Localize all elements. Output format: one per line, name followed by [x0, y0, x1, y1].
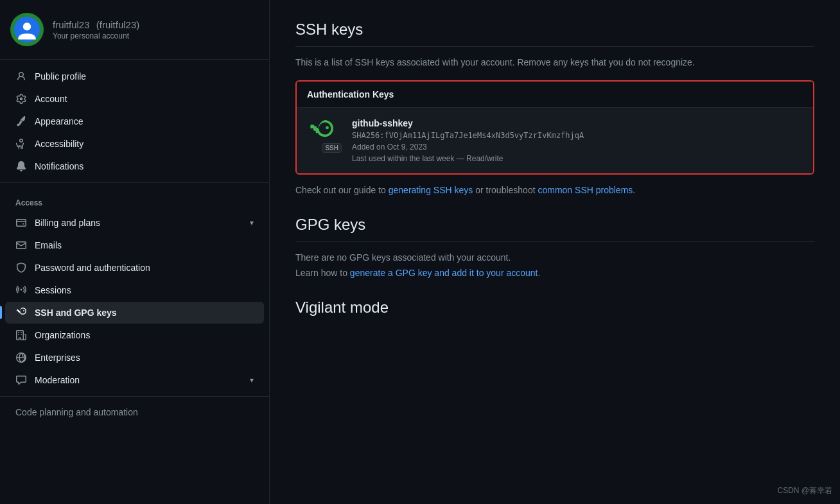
sidebar-item-password[interactable]: Password and authentication	[5, 257, 264, 279]
guide-prefix: Check out our guide to	[295, 185, 389, 195]
comment-icon	[15, 374, 27, 386]
gpg-link-text: Learn how to generate a GPG key and add …	[295, 268, 814, 278]
sidebar-label-enterprises: Enterprises	[35, 352, 254, 363]
guide-mid: or troubleshoot	[473, 185, 538, 195]
user-subtitle: Your personal account	[53, 31, 139, 40]
sidebar-label-accessibility: Accessibility	[35, 139, 254, 149]
key-icon-wrap: SSH	[307, 118, 342, 153]
sidebar-label-organizations: Organizations	[35, 330, 254, 340]
sidebar-label-code-planning: Code planning and automation	[15, 407, 254, 417]
shield-icon	[15, 262, 27, 274]
key-name: github-sshkey	[352, 118, 803, 128]
watermark: CSDN @蒋幸若	[777, 485, 832, 496]
chevron-down-icon-moderation: ▾	[250, 376, 254, 385]
sidebar-item-enterprises[interactable]: Enterprises	[5, 347, 264, 369]
sidebar-item-sessions[interactable]: Sessions	[5, 279, 264, 301]
sidebar-item-notifications[interactable]: Notifications	[5, 155, 264, 177]
sidebar: fruitful23 (fruitful23) Your personal ac…	[0, 0, 270, 504]
sidebar-item-moderation[interactable]: Moderation ▾	[5, 369, 264, 391]
key-details: github-sshkey SHA256:fVOjAm11AjILgTa7Je1…	[352, 118, 803, 163]
person-icon	[15, 71, 27, 82]
globe-icon	[15, 352, 27, 363]
username-handle: (fruitful23)	[96, 19, 140, 30]
guide-text: Check out our guide to generating SSH ke…	[295, 185, 814, 195]
card-icon	[15, 217, 27, 229]
sidebar-label-billing: Billing and plans	[35, 218, 242, 228]
sidebar-nav: Public profile Account Appearance	[0, 65, 269, 423]
gpg-link-suffix: .	[538, 268, 540, 278]
organization-icon	[15, 329, 27, 341]
sidebar-label-password: Password and authentication	[35, 263, 254, 273]
sidebar-item-public-profile[interactable]: Public profile	[5, 65, 264, 87]
gpg-link-prefix: Learn how to	[295, 268, 350, 278]
sidebar-item-organizations[interactable]: Organizations	[5, 324, 264, 346]
user-display-name: fruitful23 (fruitful23)	[53, 19, 139, 30]
ssh-keys-title: SSH keys	[295, 21, 814, 39]
svg-point-1	[23, 22, 31, 30]
key-usage-suffix: — Read/write	[454, 154, 503, 163]
broadcast-icon	[15, 284, 27, 296]
sidebar-item-accessibility[interactable]: Accessibility	[5, 133, 264, 155]
ssh-description: This is a list of SSH keys associated wi…	[295, 57, 814, 67]
sidebar-item-account[interactable]: Account	[5, 88, 264, 110]
main-content: SSH keys This is a list of SSH keys asso…	[270, 0, 840, 504]
sidebar-item-billing[interactable]: Billing and plans ▾	[5, 212, 264, 234]
sidebar-label-emails: Emails	[35, 240, 254, 250]
accessibility-icon	[15, 138, 27, 150]
sidebar-label-notifications: Notifications	[35, 161, 254, 171]
auth-keys-header: Authentication Keys	[297, 82, 813, 108]
avatar	[10, 13, 44, 46]
user-info: fruitful23 (fruitful23) Your personal ac…	[53, 19, 139, 40]
sidebar-item-appearance[interactable]: Appearance	[5, 110, 264, 132]
user-profile-header: fruitful23 (fruitful23) Your personal ac…	[0, 0, 269, 60]
ssh-badge: SSH	[322, 143, 342, 153]
sidebar-item-emails[interactable]: Emails	[5, 234, 264, 256]
gear-icon	[15, 93, 27, 105]
sidebar-label-public-profile: Public profile	[35, 71, 254, 82]
sidebar-item-ssh-gpg[interactable]: SSH and GPG keys	[5, 302, 264, 324]
vigilant-mode-title: Vigilant mode	[295, 299, 814, 317]
guide-link-generating[interactable]: generating SSH keys	[389, 185, 473, 195]
key-usage: Last used within the last week — Read/wr…	[352, 154, 803, 163]
bell-icon	[15, 161, 27, 172]
key-usage-text: Last used within the last week	[352, 154, 454, 163]
authentication-keys-box: Authentication Keys SSH github-sshkey SH…	[295, 80, 814, 175]
username-text: fruitful23	[53, 19, 90, 30]
chevron-down-icon: ▾	[250, 218, 254, 227]
gpg-keys-title: GPG keys	[295, 216, 814, 234]
sidebar-label-ssh-gpg: SSH and GPG keys	[35, 308, 254, 318]
sidebar-label-sessions: Sessions	[35, 285, 254, 295]
sidebar-item-code-planning[interactable]: Code planning and automation	[5, 402, 264, 422]
paintbrush-icon	[15, 116, 27, 127]
email-icon	[15, 239, 27, 251]
gpg-description: There are no GPG keys associated with yo…	[295, 252, 814, 263]
ssh-key-item: SSH github-sshkey SHA256:fVOjAm11AjILgTa…	[297, 108, 813, 173]
sidebar-label-account: Account	[35, 94, 254, 104]
guide-suffix: .	[633, 185, 635, 195]
key-date: Added on Oct 9, 2023	[352, 143, 803, 152]
sidebar-label-moderation: Moderation	[35, 375, 242, 385]
access-section-header: Access	[0, 188, 269, 211]
gpg-generate-link[interactable]: generate a GPG key and add it to your ac…	[350, 268, 538, 278]
key-icon	[15, 307, 27, 318]
key-fingerprint: SHA256:fVOjAm11AjILgTa7Je1eMs4xN3d5vyTzr…	[352, 131, 803, 140]
guide-link-common[interactable]: common SSH problems	[538, 185, 633, 195]
ssh-key-icon	[307, 118, 335, 146]
sidebar-label-appearance: Appearance	[35, 116, 254, 126]
